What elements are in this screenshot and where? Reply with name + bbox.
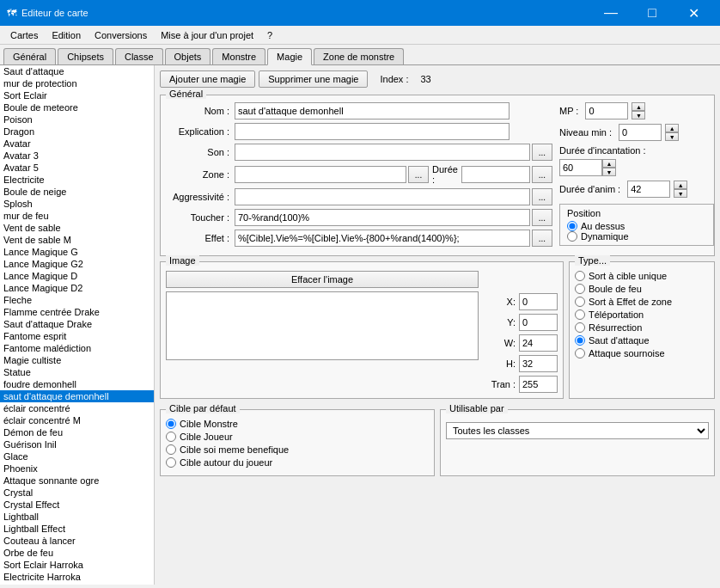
- mp-down-button[interactable]: ▼: [632, 111, 645, 119]
- list-item[interactable]: Lance Magique D2: [0, 282, 154, 294]
- cible-monstre[interactable]: Cible Monstre: [166, 419, 429, 429]
- list-item[interactable]: éclair concentré M: [0, 414, 154, 426]
- list-item[interactable]: Magie cultiste: [0, 354, 154, 366]
- tab-chipsets[interactable]: Chipsets: [58, 48, 113, 64]
- tab-general[interactable]: Général: [3, 48, 56, 64]
- toucher-browse-button[interactable]: ...: [532, 209, 552, 226]
- zone-input[interactable]: [235, 166, 406, 183]
- close-button[interactable]: ✕: [674, 0, 713, 26]
- list-item[interactable]: Glace: [0, 450, 154, 462]
- list-item[interactable]: Saut d'attaque Drake: [0, 318, 154, 330]
- list-item[interactable]: Crystal: [0, 487, 154, 499]
- duree-anim-down-button[interactable]: ▼: [674, 189, 687, 198]
- x-input[interactable]: [519, 293, 558, 310]
- toucher-input[interactable]: [235, 209, 530, 226]
- type-attaque-sournoise[interactable]: Attaque sournoise: [575, 348, 709, 358]
- position-au-dessus[interactable]: Au dessus: [567, 221, 706, 231]
- list-item[interactable]: Orbe de feu: [0, 547, 154, 559]
- duree-incantation-up-button[interactable]: ▲: [602, 159, 616, 168]
- son-input[interactable]: [235, 144, 530, 161]
- aggressivite-browse-button[interactable]: ...: [532, 188, 552, 205]
- tab-classe[interactable]: Classe: [115, 48, 163, 64]
- effet-browse-button[interactable]: ...: [532, 230, 552, 247]
- type-resurrection[interactable]: Résurrection: [575, 322, 709, 333]
- type-boule-feu[interactable]: Boule de feu: [575, 284, 709, 294]
- list-item[interactable]: Lance Magique G: [0, 246, 154, 258]
- list-item[interactable]: Démon de feu: [0, 426, 154, 438]
- list-item[interactable]: mur de protection: [0, 77, 154, 89]
- duree-input[interactable]: [461, 166, 530, 183]
- tab-monstre[interactable]: Monstre: [212, 48, 265, 64]
- explication-input[interactable]: [235, 123, 509, 140]
- tab-magie[interactable]: Magie: [267, 48, 312, 65]
- type-saut-attaque[interactable]: Saut d'attaque: [575, 335, 709, 346]
- menu-maj-projet[interactable]: Mise à jour d'un projet: [154, 28, 260, 42]
- nom-input[interactable]: [235, 102, 509, 119]
- clear-image-button[interactable]: Effacer l'image: [166, 271, 479, 288]
- effet-input[interactable]: [235, 230, 530, 247]
- list-item[interactable]: Couteau à lancer: [0, 535, 154, 547]
- mp-up-button[interactable]: ▲: [632, 102, 645, 111]
- list-item[interactable]: Sort Eclair Harroka: [0, 559, 154, 571]
- list-item[interactable]: Attaque sonnante ogre: [0, 475, 154, 487]
- list-item[interactable]: Lance Magique G2: [0, 258, 154, 270]
- list-item[interactable]: Splosh: [0, 198, 154, 210]
- type-teleportation[interactable]: Téléportation: [575, 309, 709, 320]
- niveau-min-down-button[interactable]: ▼: [665, 132, 679, 141]
- list-item[interactable]: éclair concentré: [0, 402, 154, 414]
- list-item-selected[interactable]: saut d'attaque demonhell: [0, 390, 154, 402]
- cible-soi-meme[interactable]: Cible soi meme benefique: [166, 444, 429, 455]
- list-item[interactable]: Lance Magique D: [0, 270, 154, 282]
- y-input[interactable]: [519, 314, 558, 331]
- list-item[interactable]: Boule de meteore: [0, 101, 154, 113]
- list-item[interactable]: Fleche: [0, 294, 154, 306]
- cible-autour-joueur[interactable]: Cible autour du joueur: [166, 457, 429, 468]
- list-item[interactable]: Fantome esprit: [0, 330, 154, 342]
- list-item[interactable]: Avatar 5: [0, 162, 154, 174]
- list-item[interactable]: Statue: [0, 366, 154, 378]
- niveau-min-input[interactable]: [619, 124, 662, 141]
- position-dynamique[interactable]: Dynamique: [567, 231, 706, 242]
- list-item[interactable]: Lightball: [0, 511, 154, 523]
- list-item[interactable]: mur de feu: [0, 210, 154, 222]
- list-item[interactable]: Flamme centrée Drake: [0, 306, 154, 318]
- duree-anim-up-button[interactable]: ▲: [674, 181, 687, 189]
- tab-zone-monstre[interactable]: Zone de monstre: [314, 48, 404, 64]
- duree-incantation-input[interactable]: [559, 159, 602, 176]
- duree-browse-button[interactable]: ...: [532, 166, 552, 183]
- add-magic-button[interactable]: Ajouter une magie: [160, 70, 255, 88]
- list-item[interactable]: Sort Eclair: [0, 89, 154, 101]
- minimize-button[interactable]: —: [591, 0, 631, 26]
- aggressivite-input[interactable]: [235, 188, 530, 205]
- cible-joueur[interactable]: Cible Joueur: [166, 432, 429, 442]
- menu-edition[interactable]: Edition: [45, 28, 88, 42]
- duree-anim-input[interactable]: [627, 181, 670, 198]
- remove-magic-button[interactable]: Supprimer une magie: [259, 70, 368, 88]
- list-item[interactable]: Poison: [0, 113, 154, 126]
- list-item[interactable]: Avatar 3: [0, 150, 154, 162]
- maximize-button[interactable]: □: [632, 0, 672, 26]
- list-item[interactable]: Fantome malédiction: [0, 342, 154, 354]
- niveau-min-up-button[interactable]: ▲: [665, 124, 679, 132]
- list-item[interactable]: Saut d'attaque: [0, 65, 154, 77]
- list-item[interactable]: Electricite: [0, 174, 154, 186]
- duree-incantation-down-button[interactable]: ▼: [602, 168, 616, 176]
- list-item[interactable]: Electricite Harroka: [0, 571, 154, 583]
- menu-cartes[interactable]: Cartes: [3, 28, 45, 42]
- list-item[interactable]: Vent de sable: [0, 222, 154, 234]
- list-item[interactable]: foudre demonhell: [0, 378, 154, 390]
- list-item[interactable]: Dragon: [0, 126, 154, 138]
- list-item[interactable]: Boule de neige: [0, 186, 154, 198]
- used-by-select[interactable]: Toutes les classes: [446, 422, 709, 439]
- list-item[interactable]: Lightball Effect: [0, 523, 154, 535]
- list-item[interactable]: Vent de sable M: [0, 234, 154, 246]
- type-effet-zone[interactable]: Sort à Effet de zone: [575, 297, 709, 307]
- w-input[interactable]: [519, 334, 558, 352]
- h-input[interactable]: [519, 355, 558, 372]
- mp-input[interactable]: [585, 102, 628, 119]
- list-item[interactable]: Guérison Inil: [0, 438, 154, 450]
- list-item[interactable]: Avatar: [0, 138, 154, 150]
- list-item[interactable]: Crystal Effect: [0, 499, 154, 511]
- son-browse-button[interactable]: ...: [532, 144, 552, 161]
- tab-objets[interactable]: Objets: [165, 48, 211, 64]
